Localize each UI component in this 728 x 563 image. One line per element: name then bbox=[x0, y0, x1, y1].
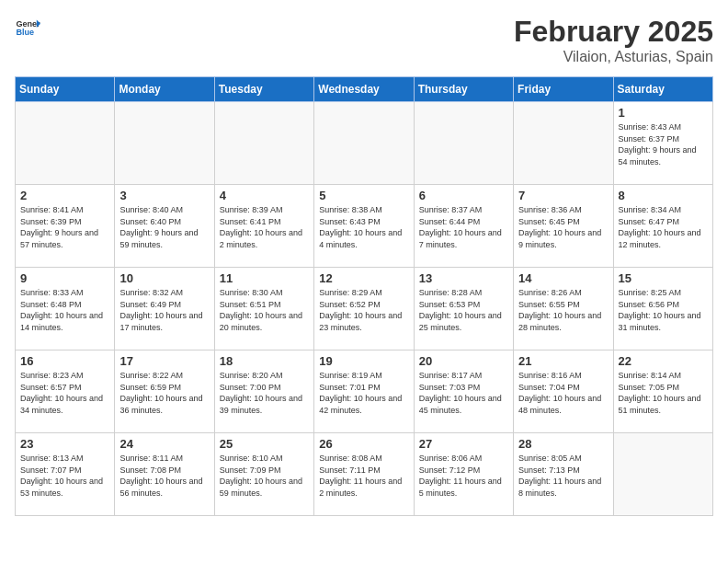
header-tuesday: Tuesday bbox=[214, 77, 313, 102]
calendar-week-5: 23Sunrise: 8:13 AM Sunset: 7:07 PM Dayli… bbox=[16, 433, 713, 516]
calendar-cell: 25Sunrise: 8:10 AM Sunset: 7:09 PM Dayli… bbox=[214, 433, 313, 516]
calendar-table: Sunday Monday Tuesday Wednesday Thursday… bbox=[15, 76, 713, 516]
day-info: Sunrise: 8:10 AM Sunset: 7:09 PM Dayligh… bbox=[220, 453, 309, 499]
logo: General Blue bbox=[15, 15, 40, 40]
day-number: 14 bbox=[518, 271, 608, 285]
day-info: Sunrise: 8:11 AM Sunset: 7:08 PM Dayligh… bbox=[119, 453, 209, 499]
calendar-cell: 4Sunrise: 8:39 AM Sunset: 6:41 PM Daylig… bbox=[214, 185, 313, 268]
day-info: Sunrise: 8:06 AM Sunset: 7:12 PM Dayligh… bbox=[419, 453, 508, 499]
day-number: 18 bbox=[220, 354, 309, 368]
calendar-cell: 15Sunrise: 8:25 AM Sunset: 6:56 PM Dayli… bbox=[613, 268, 712, 350]
day-info: Sunrise: 8:43 AM Sunset: 6:37 PM Dayligh… bbox=[619, 121, 708, 167]
day-info: Sunrise: 8:38 AM Sunset: 6:43 PM Dayligh… bbox=[319, 204, 408, 250]
day-number: 7 bbox=[518, 189, 608, 202]
day-info: Sunrise: 8:33 AM Sunset: 6:48 PM Dayligh… bbox=[20, 287, 109, 333]
day-info: Sunrise: 8:14 AM Sunset: 7:05 PM Dayligh… bbox=[619, 370, 708, 416]
day-info: Sunrise: 8:39 AM Sunset: 6:41 PM Dayligh… bbox=[220, 204, 309, 250]
calendar-cell: 16Sunrise: 8:23 AM Sunset: 6:57 PM Dayli… bbox=[16, 350, 115, 433]
day-number: 12 bbox=[319, 271, 408, 285]
day-info: Sunrise: 8:30 AM Sunset: 6:51 PM Dayligh… bbox=[220, 287, 309, 333]
weekday-header-row: Sunday Monday Tuesday Wednesday Thursday… bbox=[16, 77, 713, 102]
calendar-cell: 27Sunrise: 8:06 AM Sunset: 7:12 PM Dayli… bbox=[414, 433, 513, 516]
calendar-cell: 23Sunrise: 8:13 AM Sunset: 7:07 PM Dayli… bbox=[16, 433, 115, 516]
calendar-cell: 6Sunrise: 8:37 AM Sunset: 6:44 PM Daylig… bbox=[414, 185, 513, 268]
header-sunday: Sunday bbox=[16, 77, 115, 102]
day-number: 17 bbox=[119, 354, 209, 368]
calendar-cell: 22Sunrise: 8:14 AM Sunset: 7:05 PM Dayli… bbox=[613, 350, 712, 433]
calendar-cell: 13Sunrise: 8:28 AM Sunset: 6:53 PM Dayli… bbox=[414, 268, 513, 350]
header-thursday: Thursday bbox=[414, 77, 513, 102]
day-info: Sunrise: 8:23 AM Sunset: 6:57 PM Dayligh… bbox=[20, 370, 109, 416]
day-info: Sunrise: 8:13 AM Sunset: 7:07 PM Dayligh… bbox=[20, 453, 109, 499]
calendar-cell: 24Sunrise: 8:11 AM Sunset: 7:08 PM Dayli… bbox=[115, 433, 214, 516]
calendar-cell: 26Sunrise: 8:08 AM Sunset: 7:11 PM Dayli… bbox=[314, 433, 414, 516]
calendar-cell: 12Sunrise: 8:29 AM Sunset: 6:52 PM Dayli… bbox=[314, 268, 414, 350]
calendar-cell: 19Sunrise: 8:19 AM Sunset: 7:01 PM Dayli… bbox=[314, 350, 414, 433]
svg-text:Blue: Blue bbox=[16, 28, 34, 37]
day-number: 6 bbox=[419, 189, 508, 202]
calendar-week-2: 2Sunrise: 8:41 AM Sunset: 6:39 PM Daylig… bbox=[16, 185, 713, 268]
day-number: 3 bbox=[119, 189, 209, 202]
day-info: Sunrise: 8:41 AM Sunset: 6:39 PM Dayligh… bbox=[20, 204, 109, 250]
day-info: Sunrise: 8:32 AM Sunset: 6:49 PM Dayligh… bbox=[119, 287, 209, 333]
calendar-cell: 14Sunrise: 8:26 AM Sunset: 6:55 PM Dayli… bbox=[514, 268, 613, 350]
day-number: 26 bbox=[319, 437, 408, 451]
header-wednesday: Wednesday bbox=[314, 77, 414, 102]
day-number: 13 bbox=[419, 271, 508, 285]
calendar-cell: 2Sunrise: 8:41 AM Sunset: 6:39 PM Daylig… bbox=[16, 185, 115, 268]
header-friday: Friday bbox=[514, 77, 613, 102]
day-number: 9 bbox=[20, 271, 109, 285]
day-number: 21 bbox=[518, 354, 608, 368]
day-number: 20 bbox=[419, 354, 508, 368]
day-number: 10 bbox=[119, 271, 209, 285]
day-info: Sunrise: 8:28 AM Sunset: 6:53 PM Dayligh… bbox=[419, 287, 508, 333]
day-number: 24 bbox=[119, 437, 209, 451]
logo-icon: General Blue bbox=[15, 15, 40, 40]
day-number: 4 bbox=[220, 189, 309, 202]
calendar-cell bbox=[115, 102, 214, 185]
calendar-cell: 10Sunrise: 8:32 AM Sunset: 6:49 PM Dayli… bbox=[115, 268, 214, 350]
calendar-cell: 9Sunrise: 8:33 AM Sunset: 6:48 PM Daylig… bbox=[16, 268, 115, 350]
header-saturday: Saturday bbox=[613, 77, 712, 102]
calendar-subtitle: Vilaion, Asturias, Spain bbox=[514, 49, 713, 65]
calendar-cell bbox=[214, 102, 313, 185]
day-info: Sunrise: 8:34 AM Sunset: 6:47 PM Dayligh… bbox=[619, 204, 708, 250]
calendar-cell: 20Sunrise: 8:17 AM Sunset: 7:03 PM Dayli… bbox=[414, 350, 513, 433]
calendar-week-3: 9Sunrise: 8:33 AM Sunset: 6:48 PM Daylig… bbox=[16, 268, 713, 350]
day-info: Sunrise: 8:26 AM Sunset: 6:55 PM Dayligh… bbox=[518, 287, 608, 333]
day-number: 27 bbox=[419, 437, 508, 451]
calendar-cell: 21Sunrise: 8:16 AM Sunset: 7:04 PM Dayli… bbox=[514, 350, 613, 433]
header-monday: Monday bbox=[115, 77, 214, 102]
day-number: 8 bbox=[619, 189, 708, 202]
calendar-cell bbox=[414, 102, 513, 185]
calendar-cell: 18Sunrise: 8:20 AM Sunset: 7:00 PM Dayli… bbox=[214, 350, 313, 433]
calendar-cell bbox=[613, 433, 712, 516]
day-number: 25 bbox=[220, 437, 309, 451]
calendar-week-1: 1Sunrise: 8:43 AM Sunset: 6:37 PM Daylig… bbox=[16, 102, 713, 185]
day-number: 15 bbox=[619, 271, 708, 285]
calendar-cell: 5Sunrise: 8:38 AM Sunset: 6:43 PM Daylig… bbox=[314, 185, 414, 268]
day-number: 2 bbox=[20, 189, 109, 202]
calendar-cell bbox=[514, 102, 613, 185]
calendar-cell bbox=[314, 102, 414, 185]
day-info: Sunrise: 8:37 AM Sunset: 6:44 PM Dayligh… bbox=[419, 204, 508, 250]
calendar-cell: 28Sunrise: 8:05 AM Sunset: 7:13 PM Dayli… bbox=[514, 433, 613, 516]
day-number: 19 bbox=[319, 354, 408, 368]
title-area: February 2025 Vilaion, Asturias, Spain bbox=[514, 15, 713, 65]
day-number: 22 bbox=[619, 354, 708, 368]
day-info: Sunrise: 8:20 AM Sunset: 7:00 PM Dayligh… bbox=[220, 370, 309, 416]
day-info: Sunrise: 8:22 AM Sunset: 6:59 PM Dayligh… bbox=[119, 370, 209, 416]
day-info: Sunrise: 8:17 AM Sunset: 7:03 PM Dayligh… bbox=[419, 370, 508, 416]
day-number: 5 bbox=[319, 189, 408, 202]
calendar-title: February 2025 bbox=[514, 15, 713, 49]
calendar-cell: 1Sunrise: 8:43 AM Sunset: 6:37 PM Daylig… bbox=[613, 102, 712, 185]
day-info: Sunrise: 8:05 AM Sunset: 7:13 PM Dayligh… bbox=[518, 453, 608, 499]
day-info: Sunrise: 8:08 AM Sunset: 7:11 PM Dayligh… bbox=[319, 453, 408, 499]
day-number: 28 bbox=[518, 437, 608, 451]
day-number: 23 bbox=[20, 437, 109, 451]
header: General Blue February 2025 Vilaion, Astu… bbox=[15, 15, 713, 65]
calendar-cell: 7Sunrise: 8:36 AM Sunset: 6:45 PM Daylig… bbox=[514, 185, 613, 268]
day-info: Sunrise: 8:19 AM Sunset: 7:01 PM Dayligh… bbox=[319, 370, 408, 416]
day-number: 1 bbox=[619, 106, 708, 120]
calendar-cell: 8Sunrise: 8:34 AM Sunset: 6:47 PM Daylig… bbox=[613, 185, 712, 268]
